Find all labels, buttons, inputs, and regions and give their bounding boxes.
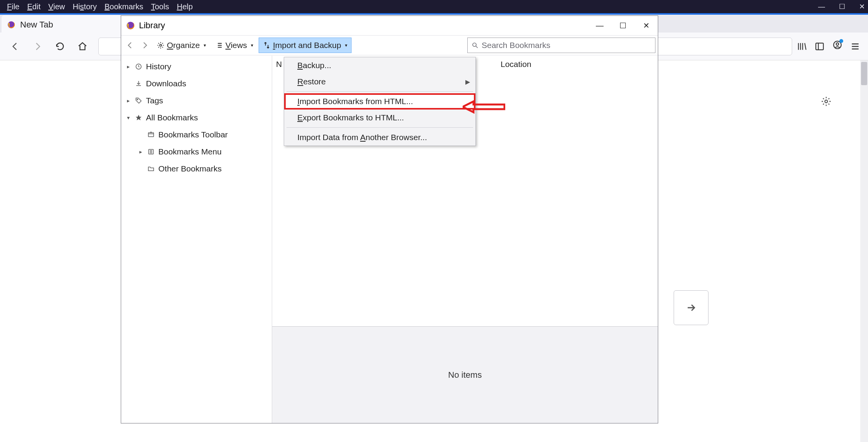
arrow-left-icon [126, 41, 134, 50]
library-toolbar: Organize▾ Views▾ Import and Backup▾ Sear… [121, 35, 658, 55]
menu-import-html[interactable]: Import Bookmarks from HTML... [284, 93, 475, 110]
sidebar-tags[interactable]: ▸ Tags [121, 92, 272, 109]
import-backup-menu: Backup... Restore▶ Import Bookmarks from… [284, 57, 476, 146]
home-button[interactable] [74, 38, 91, 55]
window-maximize-icon[interactable]: ☐ [839, 2, 845, 11]
menu-restore[interactable]: Restore▶ [284, 74, 475, 90]
library-maximize-icon[interactable]: ☐ [611, 16, 635, 35]
library-search-input[interactable]: Search Bookmarks [467, 38, 655, 53]
browser-tab[interactable]: New Tab [2, 15, 122, 34]
reload-button[interactable] [51, 38, 69, 55]
menu-bookmarks[interactable]: Bookmarks [101, 1, 147, 13]
views-button[interactable]: Views▾ [211, 38, 257, 53]
firefox-icon [7, 21, 15, 29]
svg-point-4 [825, 100, 828, 103]
window-close-icon[interactable]: ✕ [859, 2, 865, 11]
bookmarks-toolbar-icon [148, 131, 154, 138]
gear-icon [157, 41, 165, 49]
menu-history[interactable]: History [69, 1, 101, 13]
import-backup-button[interactable]: Import and Backup▾ [259, 38, 352, 53]
tag-icon [135, 97, 142, 104]
sidebar-downloads[interactable]: Downloads [121, 75, 272, 92]
download-icon [135, 80, 142, 87]
menu-tools[interactable]: Tools [147, 1, 173, 13]
library-titlebar[interactable]: Library [121, 16, 658, 35]
column-location[interactable]: Location [497, 60, 658, 69]
tab-title: New Tab [20, 20, 53, 30]
sidebar-icon[interactable] [815, 41, 825, 51]
arrow-left-icon [10, 41, 20, 51]
window-minimize-icon[interactable]: — [818, 3, 825, 11]
svg-point-6 [160, 45, 162, 46]
arrow-right-icon [141, 41, 149, 50]
forward-button[interactable] [29, 38, 46, 55]
menu-import-another-browser[interactable]: Import Data from Another Browser... [284, 129, 475, 146]
svg-point-9 [137, 99, 138, 100]
bookmarks-menu-icon [148, 148, 154, 155]
library-search-placeholder: Search Bookmarks [482, 41, 550, 50]
organize-button[interactable]: Organize▾ [153, 38, 210, 53]
back-button[interactable] [6, 38, 24, 55]
hamburger-menu-icon[interactable] [850, 41, 860, 51]
svg-point-3 [836, 43, 839, 46]
svg-point-7 [473, 43, 476, 46]
arrow-right-icon [33, 41, 43, 51]
library-sidebar: ▸ History Downloads ▸ Tags ▾ All Bookmar… [121, 56, 272, 423]
library-forward-button[interactable] [138, 38, 151, 53]
svg-rect-10 [148, 133, 154, 137]
star-icon [135, 114, 142, 121]
account-icon[interactable] [832, 40, 842, 53]
folder-icon [148, 165, 154, 172]
menu-view[interactable]: View [45, 1, 69, 13]
clock-icon [135, 63, 142, 70]
page-scrollbar[interactable] [860, 60, 868, 442]
menu-backup[interactable]: Backup... [284, 57, 475, 74]
annotation-arrow-icon [463, 100, 505, 114]
sidebar-bookmarks-toolbar[interactable]: Bookmarks Toolbar [121, 126, 272, 143]
library-icon[interactable] [797, 41, 807, 51]
list-icon [215, 41, 223, 49]
sidebar-other-bookmarks[interactable]: Other Bookmarks [121, 160, 272, 177]
search-icon [472, 42, 479, 49]
library-back-button[interactable] [124, 38, 137, 53]
menu-help[interactable]: Help [173, 1, 197, 13]
menu-file[interactable]: File [3, 1, 23, 13]
floating-forward-button[interactable] [674, 290, 708, 325]
library-close-icon[interactable]: ✕ [635, 16, 658, 35]
import-export-icon [263, 41, 271, 49]
library-detail-pane: No items [272, 326, 658, 423]
sidebar-all-bookmarks[interactable]: ▾ All Bookmarks [121, 109, 272, 126]
svg-rect-1 [816, 43, 823, 50]
arrow-right-icon [685, 302, 697, 314]
sidebar-history[interactable]: ▸ History [121, 58, 272, 75]
library-title-text: Library [139, 21, 165, 31]
home-icon [77, 41, 87, 51]
library-no-items-text: No items [448, 370, 482, 380]
firefox-icon [126, 21, 135, 30]
library-minimize-icon[interactable]: — [588, 16, 611, 35]
menu-edit[interactable]: Edit [23, 1, 44, 13]
reload-icon [55, 41, 65, 51]
app-menubar: File Edit View History Bookmarks Tools H… [0, 0, 868, 13]
sidebar-bookmarks-menu[interactable]: ▸ Bookmarks Menu [121, 143, 272, 160]
page-settings-gear-icon[interactable] [821, 96, 832, 110]
menu-export-html[interactable]: Export Bookmarks to HTML... [284, 110, 475, 126]
